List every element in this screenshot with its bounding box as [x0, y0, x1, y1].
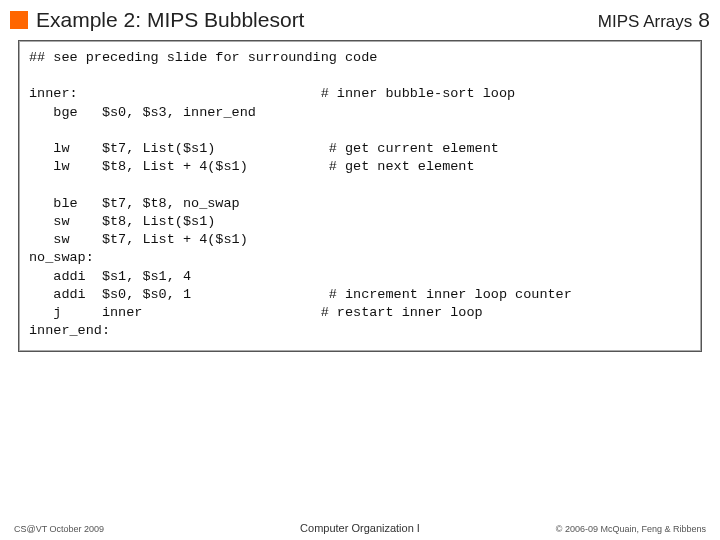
section-label: MIPS Arrays8	[598, 8, 710, 32]
code-block: ## see preceding slide for surrounding c…	[29, 49, 691, 341]
slide-footer: CS@VT October 2009 Computer Organization…	[0, 524, 720, 534]
footer-center: Computer Organization I	[300, 522, 420, 534]
footer-right: © 2006-09 McQuain, Feng & Ribbens	[556, 524, 706, 534]
code-container: ## see preceding slide for surrounding c…	[18, 40, 702, 352]
slide-header: Example 2: MIPS Bubblesort MIPS Arrays8	[0, 0, 720, 38]
accent-square-icon	[10, 11, 28, 29]
slide-title: Example 2: MIPS Bubblesort	[36, 8, 598, 32]
section-text: MIPS Arrays	[598, 12, 692, 31]
footer-left: CS@VT October 2009	[14, 524, 104, 534]
page-number: 8	[698, 8, 710, 31]
